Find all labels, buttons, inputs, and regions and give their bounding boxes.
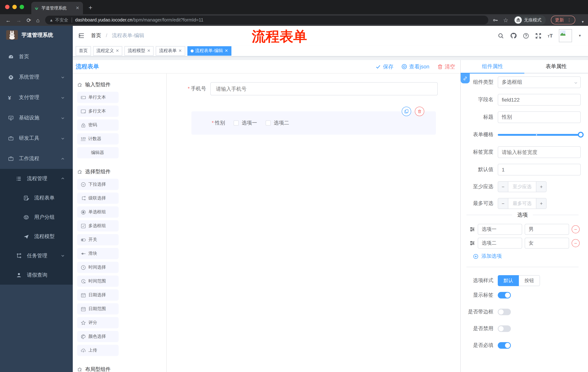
browser-menu-icon[interactable]: ⋮ xyxy=(567,18,571,22)
drag-handle-icon[interactable] xyxy=(469,226,475,232)
sidebar-item-process-mgmt[interactable]: 流程管理 xyxy=(0,169,73,188)
copy-field-button[interactable] xyxy=(402,107,411,116)
new-tab-button[interactable]: ＋ xyxy=(87,3,94,12)
component-color-picker[interactable]: 颜色选择 xyxy=(77,331,119,342)
remove-option-button[interactable]: − xyxy=(572,225,580,233)
sidebar-item-payment[interactable]: ¥ 支付管理 xyxy=(0,87,73,108)
tab-close-icon[interactable]: ✕ xyxy=(75,5,80,11)
close-window-button[interactable] xyxy=(5,5,10,9)
decrement-button[interactable]: − xyxy=(498,182,508,192)
tab-component-props[interactable]: 组件属性 xyxy=(461,60,524,74)
search-icon[interactable] xyxy=(498,32,504,39)
github-icon[interactable] xyxy=(510,32,517,39)
delete-field-button[interactable] xyxy=(415,107,424,116)
style-default-button[interactable]: 默认 xyxy=(498,275,519,286)
tag-close-icon[interactable]: ✕ xyxy=(116,48,119,53)
option2-value-input[interactable] xyxy=(525,238,569,249)
sidebar-item-user-group[interactable]: 用户分组 xyxy=(0,207,73,227)
required-switch[interactable] xyxy=(498,342,511,349)
browser-tab[interactable]: 芋道管理系统 ✕ xyxy=(31,2,83,14)
tag-process-form-edit[interactable]: 流程表单-编辑✕ xyxy=(187,46,231,55)
title-input[interactable] xyxy=(498,111,581,123)
component-counter[interactable]: 123 计数器 xyxy=(77,133,119,145)
home-icon[interactable]: ⌂ xyxy=(36,17,40,23)
phone-field-input[interactable] xyxy=(210,82,438,95)
sidebar-item-devtools[interactable]: 研发工具 xyxy=(0,128,73,149)
back-icon[interactable]: ← xyxy=(5,17,11,23)
avatar[interactable] xyxy=(559,29,572,42)
component-type-select[interactable] xyxy=(498,76,581,88)
form-grid-slider[interactable] xyxy=(498,129,581,140)
component-slider[interactable]: 滑块 xyxy=(77,248,119,259)
field-name-input[interactable] xyxy=(498,94,581,106)
window-controls[interactable] xyxy=(5,5,24,9)
decrement-button[interactable]: − xyxy=(498,198,508,209)
component-date-picker[interactable]: 日期选择 xyxy=(77,289,119,301)
breadcrumb-home[interactable]: 首页 xyxy=(91,32,101,38)
show-label-switch[interactable] xyxy=(498,292,511,298)
clear-button[interactable]: 清空 xyxy=(437,63,455,70)
default-value-input[interactable] xyxy=(498,164,581,175)
update-button[interactable]: 更新 ⋮ xyxy=(551,16,575,24)
sidebar-item-leave-query[interactable]: 请假查询 xyxy=(0,265,73,285)
component-switch[interactable]: 开关 xyxy=(77,234,119,245)
sidebar-item-system[interactable]: 系统管理 xyxy=(0,67,73,87)
component-single-line-text[interactable]: 单行文本 xyxy=(77,92,119,103)
component-date-range[interactable]: 日期范围 xyxy=(77,303,119,315)
component-upload[interactable]: 上传 xyxy=(77,345,119,356)
increment-button[interactable]: ＋ xyxy=(536,182,546,192)
reload-icon[interactable]: ⟳ xyxy=(27,17,31,23)
sidebar-item-workflow[interactable]: 工作流程 xyxy=(0,149,73,169)
tab-form-props[interactable]: 表单属性 xyxy=(524,60,588,74)
component-time-picker[interactable]: 时间选择 xyxy=(77,262,119,273)
sidebar-item-task-mgmt[interactable]: 任务管理 xyxy=(0,246,73,265)
gender-checkbox-option2[interactable]: 选项二 xyxy=(266,120,289,126)
tag-close-icon[interactable]: ✕ xyxy=(178,48,182,53)
save-button[interactable]: 保存 xyxy=(376,63,394,70)
slider-thumb[interactable] xyxy=(578,132,584,138)
border-switch[interactable] xyxy=(498,309,511,315)
sidebar-item-process-model[interactable]: 流程模型 xyxy=(0,227,73,246)
gender-checkbox-option1[interactable]: 选项一 xyxy=(234,120,257,126)
label-width-input[interactable] xyxy=(498,146,581,158)
selected-gender-field[interactable]: *性别 选项一 选项二 xyxy=(191,111,436,135)
option1-value-input[interactable] xyxy=(525,224,569,235)
remove-option-button[interactable]: − xyxy=(572,239,580,247)
address-bar[interactable]: ▲ 不安全 dashboard.yudao.iocoder.cn/bpm/man… xyxy=(45,16,488,24)
link-icon[interactable] xyxy=(461,74,470,83)
hamburger-icon[interactable] xyxy=(78,32,85,39)
component-time-range[interactable]: 时间范围 xyxy=(77,276,119,287)
component-password[interactable]: 密码 xyxy=(77,119,119,131)
option1-label-input[interactable] xyxy=(478,224,522,235)
component-editor[interactable]: 编辑器 xyxy=(77,147,119,158)
option2-label-input[interactable] xyxy=(478,238,522,249)
style-button-button[interactable]: 按钮 xyxy=(519,275,540,286)
avatar-caret-icon[interactable]: ▼ xyxy=(578,34,581,37)
max-select-input[interactable]: 最多可选 xyxy=(508,198,536,209)
minimize-window-button[interactable] xyxy=(12,5,17,9)
component-multi-line-text[interactable]: 多行文本 xyxy=(77,106,119,117)
forward-icon[interactable]: → xyxy=(16,17,21,23)
view-json-button[interactable]: 查看json xyxy=(401,63,429,70)
bookmark-star-icon[interactable]: ☆ xyxy=(503,17,508,23)
component-rate[interactable]: 评分 xyxy=(77,317,119,328)
component-select[interactable]: 下拉选择 xyxy=(77,179,119,190)
sidebar-item-infrastructure[interactable]: 基础设施 xyxy=(0,108,73,128)
help-icon[interactable] xyxy=(523,32,529,39)
tag-process-model[interactable]: 流程模型✕ xyxy=(125,46,154,55)
password-key-icon[interactable] xyxy=(493,17,498,23)
tag-process-definition[interactable]: 流程定义✕ xyxy=(93,46,122,55)
font-size-icon[interactable]: TT xyxy=(548,32,553,39)
sidebar-item-process-form[interactable]: 流程表单 xyxy=(0,188,73,207)
tag-home[interactable]: 首页 xyxy=(76,46,91,55)
increment-button[interactable]: ＋ xyxy=(536,198,546,209)
disabled-switch[interactable] xyxy=(498,325,511,332)
tag-close-icon[interactable]: ✕ xyxy=(147,48,150,53)
min-select-input[interactable]: 至少应选 xyxy=(508,182,536,192)
chrome-caret-icon[interactable]: ▼ xyxy=(581,20,584,24)
component-cascader[interactable]: 级联选择 xyxy=(77,192,119,204)
phone-field-row[interactable]: *手机号 xyxy=(188,82,438,95)
maximize-window-button[interactable] xyxy=(20,5,24,9)
component-radio-group[interactable]: 单选框组 xyxy=(77,206,119,218)
tag-close-icon[interactable]: ✕ xyxy=(225,48,228,53)
